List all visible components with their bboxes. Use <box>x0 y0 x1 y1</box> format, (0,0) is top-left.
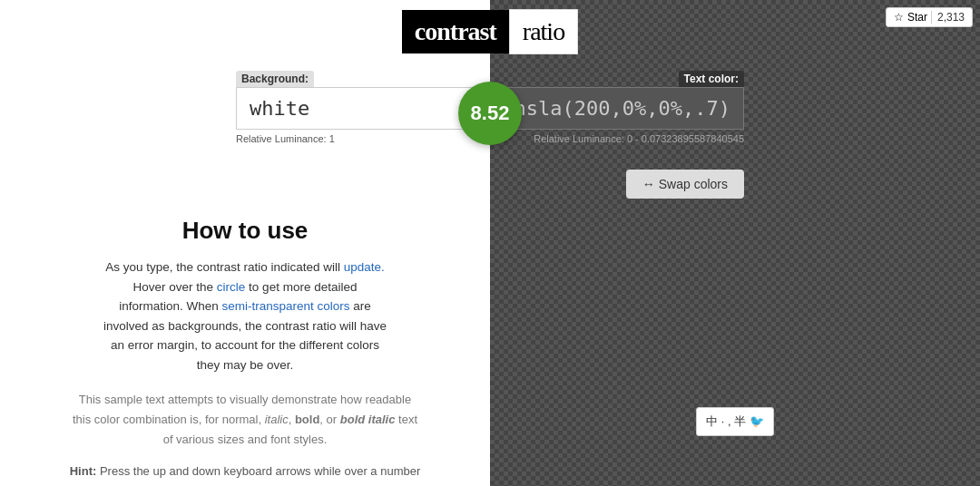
text-color-group: Text color: <box>490 71 744 130</box>
split-content: How to use As you type, the contrast rat… <box>0 208 980 486</box>
sample-text: This sample text attempts to visually de… <box>73 390 417 450</box>
lang-text: 中 · , 半 🐦 <box>706 413 764 430</box>
swap-label: ↔ Swap colors <box>642 177 728 191</box>
star-button[interactable]: ☆ Star 2,313 <box>886 7 973 27</box>
logo: contrast ratio <box>402 9 578 54</box>
star-label: Star <box>907 11 927 24</box>
score-circle[interactable]: 8.52 <box>458 82 522 145</box>
logo-contrast: contrast <box>402 10 509 53</box>
text-color-label: Text color: <box>679 71 744 87</box>
text-color-input[interactable] <box>490 87 744 130</box>
score-value: 8.52 <box>471 102 510 125</box>
background-input[interactable] <box>236 87 490 130</box>
right-panel: 中 · , 半 🐦 <box>490 208 980 486</box>
background-label: Background: <box>236 71 314 87</box>
top-bar: ☆ Star 2,313 <box>886 7 973 27</box>
swap-colors-button[interactable]: ↔ Swap colors <box>626 170 744 199</box>
how-to-title: How to use <box>182 217 309 245</box>
background-group: Background: <box>236 71 490 130</box>
inputs-row: Background: 8.52 Text color: <box>236 71 744 130</box>
star-icon: ☆ <box>894 11 904 24</box>
logo-ratio: ratio <box>509 9 578 54</box>
input-area: Background: 8.52 Text color: Relative Lu… <box>236 71 744 144</box>
star-count: 2,313 <box>931 11 965 24</box>
luminance-right: Relative Luminance: 0 - 0.07323895587840… <box>534 133 744 144</box>
hint-text: Hint: Press the up and down keyboard arr… <box>70 462 421 486</box>
lang-widget[interactable]: 中 · , 半 🐦 <box>696 407 774 436</box>
left-panel: How to use As you type, the contrast rat… <box>0 208 490 486</box>
luminance-left: Relative Luminance: 1 <box>236 133 335 144</box>
how-to-paragraph: As you type, the contrast ratio indicate… <box>103 258 387 375</box>
main-content: contrast ratio Background: 8.52 Text col… <box>0 0 980 486</box>
